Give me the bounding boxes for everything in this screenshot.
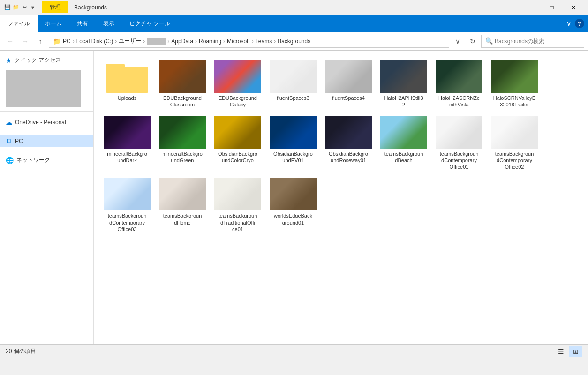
tab-view[interactable]: 表示: [96, 15, 122, 32]
file-item-teams-office2[interactable]: teamsBackgroundContemporaryOffice02: [489, 114, 540, 172]
sidebar-item-pc[interactable]: 🖥 PC: [0, 135, 93, 147]
file-item-mc-green[interactable]: minecraftBackgroundGreen: [157, 114, 208, 172]
image-thumb-halo32: [380, 60, 427, 93]
file-label-fluent4: fluentSpaces4: [332, 95, 365, 101]
sidebar-label-network: ネットワーク: [16, 156, 50, 164]
file-item-teams-traditional[interactable]: teamsBackgroundTraditionalOffice01: [212, 176, 264, 234]
image-thumb-teams-office2: [491, 116, 538, 149]
file-label-teams-traditional: teamsBackgroundTraditionalOffice01: [219, 212, 257, 232]
image-thumb-mc-dark: [104, 116, 151, 149]
file-label-obs-cryo: ObsidianBackgroundColorCryo: [218, 150, 257, 164]
file-label-obs-rose: ObsidianBackgroundRoseway01: [329, 150, 368, 164]
sidebar-item-onedrive[interactable]: ☁ OneDrive - Personal: [0, 117, 93, 128]
image-thumb-edu-classroom: [159, 60, 206, 93]
folder-thumb: [104, 60, 151, 93]
image-thumb-teams-home: [159, 178, 206, 210]
file-item-fluent3[interactable]: fluentSpaces3: [267, 58, 319, 110]
file-item-teams-office1[interactable]: teamsBackgroundContemporaryOffice01: [433, 114, 485, 172]
file-item-uploads[interactable]: Uploads: [101, 58, 153, 110]
file-label-teams-beach: teamsBackgroundBeach: [384, 150, 423, 164]
status-bar: 20 個の項目 ☰ ⊞: [0, 344, 588, 358]
sidebar-item-quickaccess[interactable]: ★ クイック アクセス: [0, 54, 93, 66]
file-item-teams-office3[interactable]: teamsBackgroundContemporaryOffice03: [101, 176, 153, 234]
path-microsoft[interactable]: Microsoft: [227, 38, 250, 45]
path-username[interactable]: ████: [147, 38, 166, 45]
refresh-button[interactable]: ↻: [466, 35, 479, 48]
back-button[interactable]: ←: [4, 35, 17, 48]
file-label-edu-classroom: EDUBackgroundClassroom: [163, 95, 202, 108]
pc-icon: 🖥: [6, 137, 12, 145]
file-item-haloscrn[interactable]: HaloSCRNValleyE32018Trailer: [489, 58, 540, 110]
path-roaming[interactable]: Roaming: [199, 38, 221, 45]
file-label-teams-home: teamsBackgroundHome: [163, 212, 202, 226]
file-item-obs-ev01[interactable]: ObsidianBackgroundEV01: [267, 114, 319, 172]
folder-icon-large: [106, 60, 148, 93]
sidebar-label-onedrive: OneDrive - Personal: [15, 119, 66, 126]
close-button[interactable]: ✕: [563, 0, 584, 15]
image-thumb-teams-office3: [104, 178, 151, 210]
sidebar-label-quickaccess: クイック アクセス: [15, 56, 61, 64]
image-thumb-fluent4: [325, 60, 372, 93]
minimize-button[interactable]: ─: [520, 0, 541, 15]
file-label-worlds-edge: worldsEdgeBackground01: [274, 212, 312, 226]
tab-home[interactable]: ホーム: [38, 15, 69, 32]
image-thumb-mc-green: [159, 116, 206, 149]
file-label-mc-green: minecraftBackgroundGreen: [162, 150, 203, 164]
file-label-fluent3: fluentSpaces3: [277, 95, 309, 101]
up-button[interactable]: ↑: [34, 35, 47, 48]
address-path[interactable]: 📁 PC › Local Disk (C:) › ユーザー › ████ › A…: [49, 35, 449, 48]
path-appdata[interactable]: AppData: [171, 38, 193, 45]
path-users[interactable]: ユーザー: [119, 37, 141, 45]
file-item-teams-home[interactable]: teamsBackgroundHome: [157, 176, 208, 234]
path-pc[interactable]: PC: [63, 38, 71, 45]
image-thumb-obs-rose: [325, 116, 372, 149]
ribbon-active-tab[interactable]: 管理: [42, 1, 68, 13]
image-thumb-worlds-edge: [270, 178, 317, 210]
content-area: Uploads EDUBackgroundClassroom EDUBackgr…: [94, 51, 588, 344]
cloud-icon: ☁: [6, 119, 12, 126]
help-icon[interactable]: ?: [575, 19, 584, 28]
file-item-teams-beach[interactable]: teamsBackgroundBeach: [378, 114, 430, 172]
search-input[interactable]: [495, 38, 580, 45]
forward-button[interactable]: →: [19, 35, 32, 48]
file-item-worlds-edge[interactable]: worldsEdgeBackground01: [267, 176, 319, 234]
grid-view-button[interactable]: ⊞: [569, 346, 582, 357]
image-thumb-teams-traditional: [214, 178, 261, 210]
undo-icon[interactable]: ↩: [21, 4, 28, 11]
image-thumb-fluent3: [270, 60, 317, 93]
file-item-fluent4[interactable]: fluentSpaces4: [323, 58, 374, 110]
search-box[interactable]: 🔍: [481, 35, 584, 48]
network-icon: 🌐: [6, 157, 14, 164]
image-thumb-teams-beach: [380, 116, 427, 149]
file-item-mc-dark[interactable]: minecraftBackgroundDark: [101, 114, 153, 172]
tab-file[interactable]: ファイル: [0, 15, 38, 32]
file-item-edu-galaxy[interactable]: EDUBackgroundGalaxy: [212, 58, 264, 110]
save-icon[interactable]: 💾: [4, 4, 11, 11]
chevron-icon[interactable]: ∨: [566, 20, 571, 27]
folder-icon[interactable]: 📁: [12, 4, 20, 11]
path-folder-icon: 📁: [53, 38, 61, 45]
file-grid: Uploads EDUBackgroundClassroom EDUBackgr…: [101, 58, 580, 234]
file-label-mc-dark: minecraftBackgroundDark: [107, 150, 147, 164]
path-teams[interactable]: Teams: [256, 38, 272, 45]
file-item-edu-classroom[interactable]: EDUBackgroundClassroom: [157, 58, 208, 110]
tab-share[interactable]: 共有: [69, 15, 96, 32]
file-label-teams-office1: teamsBackgroundContemporaryOffice01: [440, 150, 479, 171]
file-item-obs-cryo[interactable]: ObsidianBackgroundColorCryo: [212, 114, 264, 172]
dropdown-icon[interactable]: ▼: [29, 4, 37, 11]
file-item-obs-rose[interactable]: ObsidianBackgroundRoseway01: [323, 114, 374, 172]
sidebar-divider-2: [0, 130, 93, 134]
maximize-button[interactable]: □: [541, 0, 563, 15]
sidebar-item-network[interactable]: 🌐 ネットワーク: [0, 154, 93, 166]
dropdown-path-button[interactable]: ∨: [451, 35, 464, 48]
folder-body: [106, 67, 148, 93]
window-title: Backgrounds: [74, 4, 107, 11]
file-item-halo32[interactable]: HaloH2APHStill32: [378, 58, 430, 110]
list-view-button[interactable]: ☰: [554, 346, 567, 357]
tab-pictools[interactable]: ピクチャ ツール: [122, 15, 178, 32]
file-item-halozv[interactable]: HaloH2ASCRNZenithVista: [433, 58, 485, 110]
image-thumb-edu-galaxy: [214, 60, 261, 93]
path-backgrounds[interactable]: Backgrounds: [278, 38, 310, 45]
path-localdisk[interactable]: Local Disk (C:): [76, 38, 113, 45]
window-controls: ─ □ ✕: [520, 0, 584, 15]
